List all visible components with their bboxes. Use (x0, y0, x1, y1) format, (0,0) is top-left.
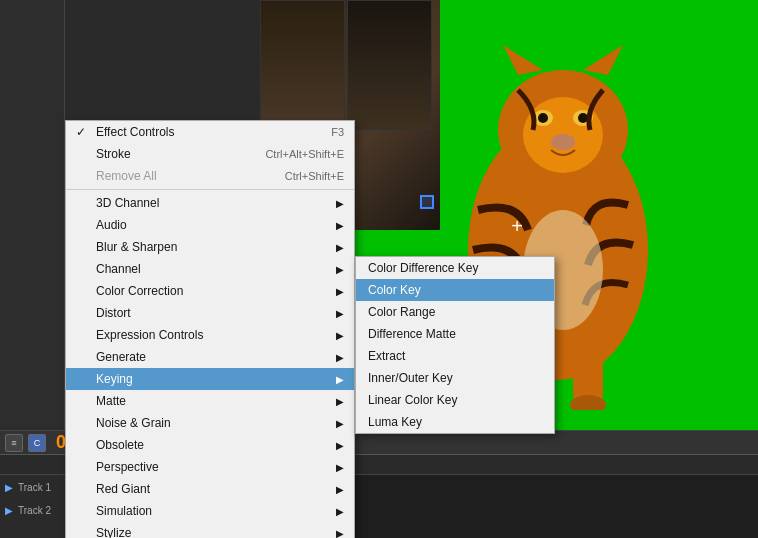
submenu-label-luma-key: Luma Key (368, 415, 422, 429)
arrow-icon-sim: ▶ (336, 506, 344, 517)
submenu-label-color-key: Color Key (368, 283, 421, 297)
menu-label-color-correction: Color Correction (96, 284, 183, 298)
menu-item-stylize[interactable]: Stylize ▶ (66, 522, 354, 538)
menu-item-obsolete[interactable]: Obsolete ▶ (66, 434, 354, 456)
menu-label-red-giant: Red Giant (96, 482, 150, 496)
menu-label-3d-channel: 3D Channel (96, 196, 159, 210)
arrow-icon-persp: ▶ (336, 462, 344, 473)
menu-label-obsolete: Obsolete (96, 438, 144, 452)
menu-item-3d-channel[interactable]: 3D Channel ▶ (66, 192, 354, 214)
menu-item-matte[interactable]: Matte ▶ (66, 390, 354, 412)
menu-label-expression-controls: Expression Controls (96, 328, 203, 342)
arrow-icon-blur: ▶ (336, 242, 344, 253)
menu-label-stroke: Stroke (96, 147, 131, 161)
menu-item-effect-controls[interactable]: ✓ Effect Controls F3 (66, 121, 354, 143)
arrow-icon-obs: ▶ (336, 440, 344, 451)
menu-item-simulation[interactable]: Simulation ▶ (66, 500, 354, 522)
arrow-icon-cc: ▶ (336, 286, 344, 297)
separator-1 (66, 189, 354, 190)
menu-label-keying: Keying (96, 372, 133, 386)
menu-label-simulation: Simulation (96, 504, 152, 518)
check-icon: ✓ (76, 125, 92, 139)
menu-item-perspective[interactable]: Perspective ▶ (66, 456, 354, 478)
shortcut-effect-controls: F3 (331, 126, 344, 138)
keying-submenu: Color Difference Key Color Key Color Ran… (355, 256, 555, 434)
menu-label-audio: Audio (96, 218, 127, 232)
svg-marker-8 (503, 45, 543, 75)
submenu-label-color-difference-key: Color Difference Key (368, 261, 479, 275)
submenu-label-difference-matte: Difference Matte (368, 327, 456, 341)
submenu-item-color-key[interactable]: Color Key (356, 279, 554, 301)
arrow-icon-keying: ▶ (336, 374, 344, 385)
shortcut-stroke: Ctrl+Alt+Shift+E (265, 148, 344, 160)
submenu-item-inner-outer-key[interactable]: Inner/Outer Key (356, 367, 554, 389)
crosshair-cursor: + (511, 215, 523, 238)
submenu-item-difference-matte[interactable]: Difference Matte (356, 323, 554, 345)
arrow-icon-gen: ▶ (336, 352, 344, 363)
menu-label-remove-all: Remove All (96, 169, 157, 183)
left-panel (0, 0, 65, 430)
arrow-icon-distort: ▶ (336, 308, 344, 319)
menu-label-perspective: Perspective (96, 460, 159, 474)
menu-label-noise-grain: Noise & Grain (96, 416, 171, 430)
arrow-icon-3d: ▶ (336, 198, 344, 209)
menu-item-generate[interactable]: Generate ▶ (66, 346, 354, 368)
menu-label-distort: Distort (96, 306, 131, 320)
menu-item-distort[interactable]: Distort ▶ (66, 302, 354, 324)
submenu-item-color-range[interactable]: Color Range (356, 301, 554, 323)
menu-label-stylize: Stylize (96, 526, 131, 538)
shortcut-remove-all: Ctrl+Shift+E (285, 170, 344, 182)
menu-item-keying[interactable]: Keying ▶ (66, 368, 354, 390)
svg-point-7 (551, 134, 575, 150)
menu-item-blur-sharpen[interactable]: Blur & Sharpen ▶ (66, 236, 354, 258)
menu-label-generate: Generate (96, 350, 146, 364)
submenu-item-color-difference-key[interactable]: Color Difference Key (356, 257, 554, 279)
menu-label-blur-sharpen: Blur & Sharpen (96, 240, 177, 254)
menu-item-expression-controls[interactable]: Expression Controls ▶ (66, 324, 354, 346)
arrow-icon-noise: ▶ (336, 418, 344, 429)
selection-handle (420, 195, 434, 209)
timeline-menu-icon[interactable]: ≡ (5, 434, 23, 452)
menu-item-remove-all[interactable]: Remove All Ctrl+Shift+E (66, 165, 354, 187)
submenu-label-inner-outer-key: Inner/Outer Key (368, 371, 453, 385)
menu-label-channel: Channel (96, 262, 141, 276)
arrow-icon-sty: ▶ (336, 528, 344, 539)
arrow-icon-rg: ▶ (336, 484, 344, 495)
submenu-label-color-range: Color Range (368, 305, 435, 319)
submenu-item-extract[interactable]: Extract (356, 345, 554, 367)
submenu-label-extract: Extract (368, 349, 405, 363)
arrow-icon-channel: ▶ (336, 264, 344, 275)
menu-item-stroke[interactable]: Stroke Ctrl+Alt+Shift+E (66, 143, 354, 165)
svg-point-5 (538, 113, 548, 123)
arrow-icon-audio: ▶ (336, 220, 344, 231)
menu-item-color-correction[interactable]: Color Correction ▶ (66, 280, 354, 302)
menu-item-noise-grain[interactable]: Noise & Grain ▶ (66, 412, 354, 434)
film-thumbnails (260, 0, 435, 130)
menu-item-audio[interactable]: Audio ▶ (66, 214, 354, 236)
submenu-item-luma-key[interactable]: Luma Key (356, 411, 554, 433)
menu-label-effect-controls: Effect Controls (96, 125, 174, 139)
menu-item-channel[interactable]: Channel ▶ (66, 258, 354, 280)
menu-label-matte: Matte (96, 394, 126, 408)
arrow-icon-matte: ▶ (336, 396, 344, 407)
context-menu: ✓ Effect Controls F3 Stroke Ctrl+Alt+Shi… (65, 120, 355, 538)
submenu-label-linear-color-key: Linear Color Key (368, 393, 457, 407)
submenu-item-linear-color-key[interactable]: Linear Color Key (356, 389, 554, 411)
svg-marker-9 (583, 45, 623, 75)
comp-icon[interactable]: C (28, 434, 46, 452)
menu-item-red-giant[interactable]: Red Giant ▶ (66, 478, 354, 500)
arrow-icon-expr: ▶ (336, 330, 344, 341)
